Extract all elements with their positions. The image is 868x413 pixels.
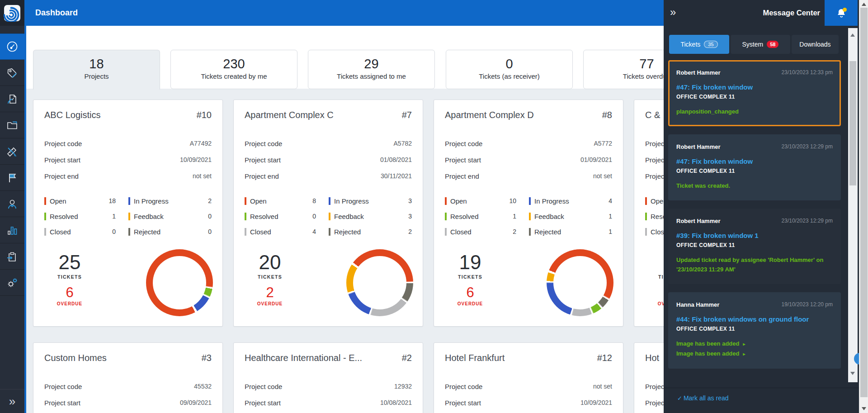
notification-card-3[interactable]: Robert Hammer 23/10/2023 12:29 pm #39: F…	[668, 209, 841, 284]
dashboard-gauge-icon	[6, 40, 19, 53]
sidebar-item-audit-report[interactable]	[0, 86, 24, 112]
notification-message[interactable]: Image has been added▸	[676, 339, 833, 349]
chevron-double-right-icon: »	[9, 394, 15, 408]
scroll-down-arrow-icon[interactable]	[850, 372, 855, 375]
sidebar-item-settings[interactable]	[0, 270, 24, 296]
main-content: 18 Projects 230 Tickets created by me 29…	[26, 26, 664, 413]
status-color-bar	[329, 197, 330, 205]
project-end-row: Project end	[445, 411, 612, 413]
scroll-up-arrow-icon[interactable]	[862, 3, 866, 6]
stat-value: 0	[446, 56, 572, 72]
status-label: Closed	[250, 228, 305, 236]
status-color-bar	[245, 228, 246, 236]
status-count: 10	[505, 197, 516, 204]
detail-value: 10/09/2021	[180, 156, 212, 163]
detail-label: Project code	[445, 383, 482, 390]
sidebar-item-users[interactable]	[0, 191, 24, 217]
sidebar-item-tags[interactable]	[0, 60, 24, 86]
project-card-7[interactable]: Hotel Frankfurt #12 Project codenot setP…	[434, 342, 623, 413]
project-details: Project codeProject startProject end	[645, 135, 664, 184]
notification-header: Robert Hammer 23/10/2023 12:33 pm	[676, 69, 833, 76]
project-card-2[interactable]: Apartment Complex C #7 Project codeA5782…	[233, 100, 423, 327]
sidebar-item-folder[interactable]	[0, 112, 24, 138]
project-end-row: Project end	[245, 411, 412, 413]
tickets-count: 20	[245, 252, 295, 273]
sidebar-item-statistics[interactable]	[0, 217, 24, 243]
notification-ticket-link[interactable]: #47: Fix broken window	[676, 83, 833, 91]
detail-value: 10/08/2021	[380, 399, 412, 406]
status-label: Rejected	[334, 228, 401, 236]
overdue-label: OVERDUE	[445, 301, 495, 306]
legend-row-open: Open8	[245, 193, 316, 209]
scroll-down-arrow-icon[interactable]	[862, 407, 866, 410]
notification-sender: Hanna Hammer	[676, 301, 719, 308]
stat-tile-tickets-created-by-me[interactable]: 230 Tickets created by me	[170, 50, 297, 89]
notification-message: Updated ticket read by assignee 'Robert …	[676, 255, 833, 274]
legend-row-closed: Closed2	[445, 224, 516, 239]
project-card-header: Apartment Complex D #8	[445, 110, 612, 120]
notifications-bell-button[interactable]	[825, 0, 858, 26]
legend-column: In Progress2Feedback0Rejected0	[128, 193, 212, 239]
legend-row-open: Open	[645, 193, 664, 209]
notification-card-1[interactable]: Robert Hammer 23/10/2023 12:33 pm #47: F…	[668, 60, 841, 126]
legend-row-open: Open10	[445, 193, 516, 209]
project-card-bottom: 25 TICKETS 6 OVERDUE	[44, 249, 213, 316]
project-card-header: Custom Homes #3	[44, 353, 212, 363]
detail-label: Project start	[44, 156, 80, 164]
notification-ticket-link[interactable]: #39: Fix broken window 1	[676, 232, 833, 239]
project-card-6[interactable]: Healthcare International - E... #2 Proje…	[233, 342, 423, 413]
page-scrollbar[interactable]	[859, 0, 868, 413]
tab-tickets[interactable]: Tickets35	[669, 35, 729, 54]
project-end-row: Project end30/11/2021	[245, 168, 412, 184]
notification-date: 23/10/2023 12:29 pm	[782, 218, 833, 224]
donut-hole	[353, 256, 406, 309]
status-label: Feedback	[134, 213, 201, 220]
sidebar-item-flags[interactable]	[0, 165, 24, 191]
project-card-8[interactable]: Hot Project codeProject startProject end…	[634, 342, 664, 413]
stat-tile-tickets-overdue[interactable]: 77 Tickets overdue	[583, 50, 664, 89]
tickets-count: 19	[445, 252, 495, 273]
legend-column: In Progress4Feedback1Rejected1	[529, 193, 612, 239]
tab-downloads[interactable]: Downloads	[792, 35, 839, 54]
sidebar-item-measurements[interactable]	[0, 138, 24, 165]
status-donut-chart	[146, 249, 213, 316]
project-code-row: Project code	[645, 378, 664, 394]
project-card-4[interactable]: C & Project codeProject startProject end…	[634, 100, 664, 327]
overdue-count: 6	[44, 285, 95, 300]
notification-message[interactable]: Image has been added▸	[676, 349, 833, 359]
app-logo[interactable]	[0, 0, 24, 26]
detail-value: 10/09/2021	[580, 399, 612, 406]
legend-row-in_progress: In Progress2	[128, 193, 212, 209]
status-color-bar	[645, 228, 647, 236]
detail-label: Project start	[245, 399, 281, 407]
scroll-up-arrow-icon[interactable]	[850, 33, 855, 37]
page-scrollbar-thumb[interactable]	[860, 8, 868, 397]
stat-tile-tickets-assigned-to-me[interactable]: 29 Tickets assigned to me	[308, 50, 435, 89]
stat-tile-projects[interactable]: 18 Projects	[33, 50, 160, 90]
stat-tile-tickets-as-receiver-[interactable]: 0 Tickets (as receiver)	[446, 50, 573, 89]
notification-card-4[interactable]: Hanna Hammer 19/10/2023 12:20 pm #44: Fi…	[668, 292, 841, 369]
sidebar-expand-button[interactable]: »	[0, 389, 24, 413]
project-card-1[interactable]: ABC Logistics #10 Project codeA77492Proj…	[33, 100, 223, 327]
list-scrollbar-thumb[interactable]	[849, 61, 856, 185]
project-code-row: Project codeA5782	[245, 135, 412, 152]
panel-collapse-button[interactable]: »	[670, 5, 676, 19]
logo-icon	[4, 5, 21, 22]
project-card-3[interactable]: Apartment Complex D #8 Project codeA5772…	[434, 100, 623, 327]
project-card-5[interactable]: Custom Homes #3 Project code45532Project…	[33, 342, 223, 413]
detail-label: Project code	[445, 140, 482, 147]
list-scrollbar[interactable]	[848, 28, 858, 382]
project-start-row: Project start	[645, 394, 664, 411]
notification-ticket-link[interactable]: #47: Fix broken window	[676, 157, 833, 165]
mark-all-read-button[interactable]: ✓Mark all as read	[677, 394, 729, 402]
sidebar-item-handover[interactable]	[0, 243, 24, 270]
status-color-bar	[128, 197, 130, 205]
detail-label: Project start	[645, 156, 664, 164]
notification-card-2[interactable]: Robert Hammer 23/10/2023 12:29 pm #47: F…	[668, 134, 841, 200]
tab-system[interactable]: System58	[731, 35, 790, 54]
sidebar-item-dashboard[interactable]	[0, 33, 24, 60]
topbar: Dashboard	[26, 0, 664, 26]
status-label: In Progress	[534, 197, 601, 205]
detail-label: Project end	[44, 172, 79, 180]
notification-ticket-link[interactable]: #44: Fix broken windows on ground floor	[676, 315, 833, 323]
